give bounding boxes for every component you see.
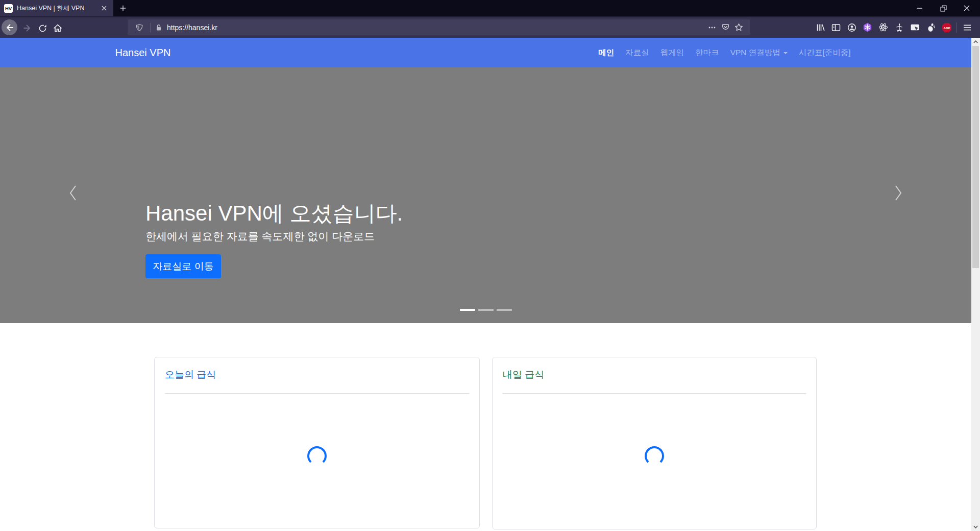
purple-hexagon-extension-icon (863, 22, 872, 32)
today-meal-card: 오늘의 급식 (154, 357, 480, 528)
forward-button[interactable] (21, 22, 33, 34)
carousel-indicator-2[interactable] (478, 309, 494, 311)
tab-title: Hansei VPN | 한세 VPN (17, 4, 99, 13)
sidebar-button[interactable] (828, 19, 844, 35)
scrollbar-down-arrow[interactable] (971, 523, 980, 531)
shield-icon (135, 23, 143, 32)
library-icon (816, 23, 825, 32)
hamburger-icon (963, 23, 971, 32)
page-scrollbar[interactable] (971, 38, 980, 531)
address-bar[interactable]: https://hansei.kr (128, 19, 750, 35)
home-icon (53, 23, 62, 33)
carousel-indicators (460, 309, 512, 311)
today-meal-title: 오늘의 급식 (165, 368, 216, 381)
screenshot-edit-icon (910, 22, 920, 32)
site-navbar: Hansei VPN 메인 자료실 웹게임 한마크 VPN 연결방법 시간표[준… (0, 38, 971, 67)
carousel-next-button[interactable] (888, 183, 909, 203)
close-icon (964, 5, 970, 11)
abp-icon: ABP (942, 22, 952, 33)
minimize-icon (917, 5, 923, 11)
browser-window: HV Hansei VPN | 한세 VPN (0, 0, 980, 531)
back-button[interactable] (2, 19, 17, 35)
loading-spinner (645, 446, 664, 466)
scrollbar-up-arrow[interactable] (971, 38, 980, 46)
scrollbar-thumb[interactable] (972, 46, 979, 268)
chevron-right-icon (893, 184, 904, 202)
loading-spinner (307, 446, 327, 466)
bookmark-button[interactable] (732, 21, 745, 34)
plus-icon (119, 5, 127, 12)
card-divider (503, 393, 806, 394)
extension-tool-button[interactable] (891, 19, 907, 35)
tab-bar: HV Hansei VPN | 한세 VPN (0, 0, 980, 16)
chevron-left-icon (67, 184, 79, 202)
extension-gnome-button[interactable] (923, 19, 939, 35)
extension-hexagon-button[interactable] (860, 19, 875, 35)
browser-tab[interactable]: HV Hansei VPN | 한세 VPN (0, 0, 113, 16)
ellipsis-icon (708, 23, 716, 32)
carousel-prev-button[interactable] (63, 183, 83, 203)
nav-item-vpn-dropdown[interactable]: VPN 연결방법 (725, 48, 793, 57)
chevron-down-icon (783, 52, 788, 54)
account-button[interactable] (844, 19, 860, 35)
back-arrow-icon (5, 23, 14, 32)
urlbar-separator (150, 23, 151, 32)
close-icon (102, 6, 107, 11)
hero-subtitle: 한세에서 필요한 자료를 속도제한 없이 다운로드 (145, 229, 375, 244)
account-icon (847, 23, 856, 32)
pocket-icon (721, 23, 730, 32)
navigation-toolbar: https://hansei.kr (0, 16, 980, 38)
nav-item-archive[interactable]: 자료실 (620, 48, 655, 57)
nav-item-main[interactable]: 메인 (593, 48, 620, 57)
page-viewport: Hansei VPN 메인 자료실 웹게임 한마크 VPN 연결방법 시간표[준… (0, 38, 980, 531)
hero-cta-button[interactable]: 자료실로 이동 (145, 254, 221, 278)
gnome-foot-icon (926, 23, 936, 32)
tool-icon (895, 23, 904, 32)
nav-item-webgame[interactable]: 웹게임 (655, 48, 690, 57)
site-brand-link[interactable]: Hansei VPN (115, 47, 171, 59)
extension-atom-button[interactable] (875, 19, 891, 35)
extension-adblock-button[interactable]: ABP (939, 19, 954, 35)
extension-screenshot-button[interactable] (907, 19, 923, 35)
atom-icon (878, 22, 888, 32)
nav-item-timetable[interactable]: 시간표[준비중] (793, 48, 856, 57)
toolbar-separator (957, 22, 957, 33)
forward-arrow-icon (22, 23, 32, 33)
tab-close-button[interactable] (99, 3, 109, 13)
home-button[interactable] (52, 22, 63, 34)
lock-icon (155, 23, 163, 32)
minimize-button[interactable] (908, 0, 932, 16)
page-actions-button[interactable] (705, 21, 719, 34)
hero-carousel: Hansei VPN에 오셨습니다. 한세에서 필요한 자료를 속도제한 없이 … (0, 67, 971, 323)
tracking-protection-button[interactable] (133, 21, 146, 34)
tab-favicon: HV (4, 4, 13, 13)
new-tab-button[interactable] (116, 2, 130, 15)
nav-item-hanmark[interactable]: 한마크 (690, 48, 725, 57)
navbar-container: Hansei VPN 메인 자료실 웹게임 한마크 VPN 연결방법 시간표[준… (115, 38, 856, 67)
svg-text:ABP: ABP (943, 26, 950, 29)
navbar-menu: 메인 자료실 웹게임 한마크 VPN 연결방법 시간표[준비중] (593, 47, 856, 58)
reload-button[interactable] (37, 22, 48, 34)
tomorrow-meal-card: 내일 급식 (492, 357, 817, 529)
pocket-button[interactable] (719, 21, 732, 34)
restore-icon (940, 5, 947, 12)
menu-button[interactable] (959, 19, 975, 35)
url-text: https://hansei.kr (167, 23, 705, 32)
carousel-indicator-3[interactable] (497, 309, 512, 311)
library-button[interactable] (812, 19, 828, 35)
close-window-button[interactable] (955, 0, 978, 16)
restore-button[interactable] (932, 0, 955, 16)
card-divider (165, 393, 469, 394)
chevron-up-icon (973, 40, 978, 43)
star-icon (734, 23, 743, 32)
chevron-down-icon (973, 525, 978, 528)
toolbar-extensions: ABP (812, 19, 975, 35)
reload-icon (38, 24, 47, 33)
sidebar-icon (831, 23, 841, 32)
tomorrow-meal-title: 내일 급식 (503, 368, 544, 381)
window-controls (908, 0, 978, 16)
carousel-indicator-1[interactable] (460, 309, 475, 311)
hero-title: Hansei VPN에 오셨습니다. (145, 199, 403, 228)
